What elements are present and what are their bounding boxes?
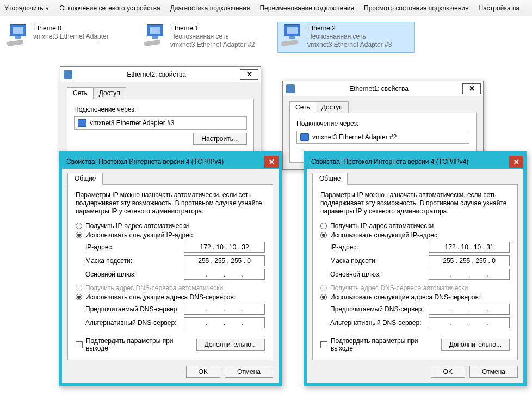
toolbar-settings[interactable]: Настройка па bbox=[479, 4, 520, 12]
checkbox-confirm-on-exit[interactable]: Подтвердить параметры при выходе bbox=[320, 337, 441, 352]
adapter-list: Ethernet0 vmxnet3 Ethernet Adapter Ether… bbox=[0, 16, 532, 55]
input-gateway[interactable] bbox=[184, 269, 265, 280]
label-gateway: Основной шлюз: bbox=[85, 271, 184, 278]
adapter-sub1: Неопознанная сеть bbox=[170, 33, 255, 41]
ok-button[interactable]: OK bbox=[186, 366, 220, 378]
adapter-name: Ethernet1 bbox=[170, 24, 255, 33]
advanced-button[interactable]: Дополнительно... bbox=[441, 339, 510, 351]
titlebar[interactable]: Свойства: Протокол Интернета версии 4 (T… bbox=[62, 155, 279, 169]
adapter-sub2: vmxnet3 Ethernet Adapter #2 bbox=[170, 41, 255, 49]
adapter-sub2: vmxnet3 Ethernet Adapter bbox=[33, 33, 109, 41]
adapter-select-box[interactable]: vmxnet3 Ethernet Adapter #2 bbox=[296, 131, 469, 144]
nic-icon bbox=[300, 133, 309, 141]
tab-access[interactable]: Доступ bbox=[316, 101, 349, 113]
input-ip[interactable]: 172 . 10 . 10 . 32 bbox=[184, 242, 265, 253]
adapter-select-value: vmxnet3 Ethernet Adapter #2 bbox=[312, 133, 397, 141]
label-dns2: Альтернативный DNS-сервер: bbox=[85, 319, 184, 327]
toolbar-rename[interactable]: Переименование подключения bbox=[259, 4, 354, 12]
radio-auto-ip[interactable]: Получить IP-адрес автоматически bbox=[76, 222, 265, 230]
label-ip: IP-адрес: bbox=[330, 243, 429, 251]
radio-icon bbox=[76, 223, 82, 229]
adapter-ethernet2[interactable]: Ethernet2 Неопознанная сеть vmxnet3 Ethe… bbox=[277, 22, 415, 53]
tab-network[interactable]: Сеть bbox=[67, 87, 94, 99]
tab-network[interactable]: Сеть bbox=[289, 101, 316, 113]
configure-button[interactable]: Настроить... bbox=[193, 133, 247, 145]
radio-manual-ip[interactable]: Использовать следующий IP-адрес: bbox=[76, 231, 265, 239]
input-dns2[interactable] bbox=[184, 317, 265, 328]
tab-general[interactable]: Общие bbox=[312, 173, 348, 185]
label-mask: Маска подсети: bbox=[330, 257, 429, 265]
titlebar[interactable]: Ethernet2: свойства ✕ bbox=[60, 67, 261, 82]
window-title: Ethernet2: свойства bbox=[75, 71, 238, 78]
input-mask[interactable]: 255 . 255 . 255 . 0 bbox=[184, 255, 265, 266]
label-dns1: Предпочитаемый DNS-сервер: bbox=[330, 305, 429, 313]
ok-button[interactable]: OK bbox=[431, 366, 465, 378]
input-dns1[interactable] bbox=[429, 304, 510, 315]
connect-via-label: Подключение через: bbox=[296, 120, 469, 127]
close-button[interactable]: ✕ bbox=[240, 69, 258, 80]
input-dns1[interactable] bbox=[184, 304, 265, 315]
label-mask: Маска подсети: bbox=[85, 257, 184, 265]
label-gateway: Основной шлюз: bbox=[330, 271, 429, 278]
dialog-title: Свойства: Протокол Интернета версии 4 (T… bbox=[311, 158, 509, 165]
radio-auto-ip[interactable]: Получить IP-адрес автоматически bbox=[320, 222, 510, 230]
cancel-button[interactable]: Отмена bbox=[225, 366, 273, 378]
toolbar: Упорядочить▼ Отключение сетевого устройс… bbox=[0, 0, 532, 16]
ipv4-dialog-ethernet1: Свойства: Протокол Интернета версии 4 (T… bbox=[304, 151, 527, 386]
chevron-down-icon: ▼ bbox=[45, 6, 50, 11]
adapter-ethernet1[interactable]: Ethernet1 Неопознанная сеть vmxnet3 Ethe… bbox=[140, 22, 277, 53]
radio-icon bbox=[320, 285, 327, 291]
nic-icon bbox=[78, 119, 86, 127]
window-title: Ethernet1: свойства bbox=[297, 85, 461, 93]
toolbar-status[interactable]: Просмотр состояния подключения bbox=[364, 4, 468, 12]
label-dns2: Альтернативный DNS-сервер: bbox=[330, 319, 429, 327]
adapter-ethernet0[interactable]: Ethernet0 vmxnet3 Ethernet Adapter bbox=[3, 22, 140, 53]
titlebar[interactable]: Свойства: Протокол Интернета версии 4 (T… bbox=[307, 155, 523, 169]
radio-icon bbox=[76, 232, 82, 238]
radio-manual-dns[interactable]: Использовать следующие адреса DNS-сервер… bbox=[76, 293, 265, 301]
label-dns1: Предпочитаемый DNS-сервер: bbox=[85, 305, 184, 313]
window-icon bbox=[286, 84, 295, 93]
label-ip: IP-адрес: bbox=[85, 243, 184, 251]
tab-access[interactable]: Доступ bbox=[93, 87, 126, 99]
checkbox-confirm-on-exit[interactable]: Подтвердить параметры при выходе bbox=[76, 337, 196, 352]
input-ip[interactable]: 172 . 10 . 10 . 31 bbox=[429, 242, 510, 253]
close-button[interactable]: ✕ bbox=[264, 156, 279, 168]
network-adapter-icon bbox=[144, 24, 167, 46]
adapter-select-box[interactable]: vmxnet3 Ethernet Adapter #3 bbox=[74, 116, 247, 130]
toolbar-disable[interactable]: Отключение сетевого устройства bbox=[59, 4, 160, 12]
titlebar[interactable]: Ethernet1: свойства ✕ bbox=[283, 81, 483, 96]
input-gateway[interactable] bbox=[429, 269, 510, 280]
radio-icon bbox=[320, 232, 327, 238]
dialog-title: Свойства: Протокол Интернета версии 4 (T… bbox=[66, 158, 264, 165]
radio-icon bbox=[76, 285, 82, 291]
radio-auto-dns: Получить адрес DNS-сервера автоматически bbox=[320, 284, 510, 292]
input-mask[interactable]: 255 . 255 . 255 . 0 bbox=[429, 255, 510, 266]
radio-icon bbox=[320, 294, 327, 300]
close-button[interactable]: ✕ bbox=[509, 156, 523, 168]
description-text: Параметры IP можно назначать автоматичес… bbox=[320, 191, 510, 216]
radio-icon bbox=[320, 223, 327, 229]
input-dns2[interactable] bbox=[429, 317, 510, 328]
description-text: Параметры IP можно назначать автоматичес… bbox=[76, 191, 265, 216]
toolbar-diagnose[interactable]: Диагностика подключения bbox=[170, 4, 250, 12]
advanced-button[interactable]: Дополнительно... bbox=[196, 339, 265, 351]
radio-icon bbox=[76, 294, 82, 300]
toolbar-organize[interactable]: Упорядочить▼ bbox=[4, 4, 50, 12]
adapter-name: Ethernet2 bbox=[307, 24, 392, 33]
connect-via-label: Подключение через: bbox=[74, 106, 247, 113]
checkbox-icon bbox=[320, 341, 327, 348]
adapter-select-value: vmxnet3 Ethernet Adapter #3 bbox=[90, 119, 174, 127]
network-adapter-icon bbox=[281, 24, 304, 46]
radio-auto-dns: Получить адрес DNS-сервера автоматически bbox=[76, 284, 265, 292]
radio-manual-dns[interactable]: Использовать следующие адреса DNS-сервер… bbox=[320, 293, 510, 301]
tab-general[interactable]: Общие bbox=[67, 173, 103, 185]
ethernet2-properties-window: Ethernet2: свойства ✕ Сеть Доступ Подклю… bbox=[60, 66, 261, 160]
checkbox-icon bbox=[76, 341, 83, 348]
cancel-button[interactable]: Отмена bbox=[469, 366, 518, 378]
network-adapter-icon bbox=[7, 24, 30, 46]
close-button[interactable]: ✕ bbox=[462, 83, 481, 94]
adapter-sub1: Неопознанная сеть bbox=[307, 33, 392, 41]
radio-manual-ip[interactable]: Использовать следующий IP-адрес: bbox=[320, 231, 510, 239]
adapter-sub2: vmxnet3 Ethernet Adapter #3 bbox=[307, 41, 392, 49]
